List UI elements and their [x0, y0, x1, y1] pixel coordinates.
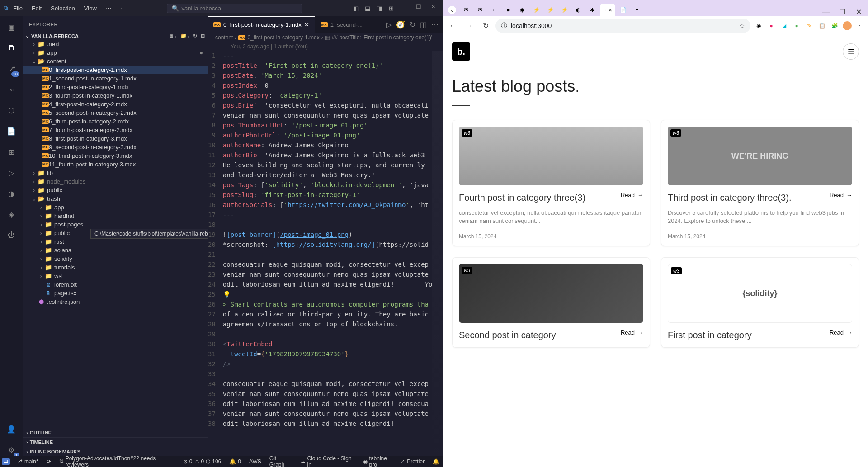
ext-1[interactable]: ◉	[754, 21, 763, 30]
cloud-code[interactable]: ☁ Cloud Code - Sign in	[298, 455, 357, 467]
url-bar[interactable]: ⓘ localhost:3000 ☆	[495, 19, 750, 33]
new-file-icon[interactable]: 🗎₊	[169, 33, 177, 39]
file-8_first-post-in-category-3.mdx[interactable]: MX 8_first-post-in-category-3.mdx	[23, 134, 208, 143]
refresh-icon[interactable]: ↻	[193, 33, 197, 39]
trash-page.tsx[interactable]: 🗎page.tsx	[23, 289, 208, 297]
read-link[interactable]: Read →	[830, 192, 852, 198]
aws[interactable]: AWS	[247, 458, 263, 465]
menu-icon[interactable]: ⋮	[855, 21, 864, 30]
chrome-tab-4[interactable]: ■	[502, 4, 514, 16]
layout-left-icon[interactable]: ◧	[351, 3, 361, 13]
forward-button[interactable]: →	[463, 19, 476, 32]
tabnine[interactable]: ◉ tabnine pro	[361, 455, 395, 467]
timeline-section[interactable]: ›TIMELINE	[23, 437, 208, 447]
command-center[interactable]: 🔍 vanilla-rebecca	[167, 4, 302, 13]
chrome-tab-active[interactable]: ○ ✕	[600, 4, 615, 16]
circle-icon[interactable]: ◑	[5, 187, 18, 200]
star-icon[interactable]: ☆	[739, 22, 745, 29]
ext-6[interactable]: 📋	[817, 21, 826, 30]
menu-file[interactable]: File	[9, 3, 26, 14]
chrome-tab-9[interactable]: ◐	[572, 4, 585, 16]
pr-status[interactable]: ⇅ Polygon-Advocates/idThon#22 needs revi…	[57, 455, 177, 467]
trash-lorem.txt[interactable]: 🗎lorem.txt	[23, 280, 208, 289]
ext-4[interactable]: ●	[792, 21, 801, 30]
folder-next[interactable]: ›📁.next	[23, 40, 208, 48]
post-card[interactable]: w3Fourth post in category three(3)Read →…	[452, 120, 650, 246]
file-0_first-post-in-category-1.mdx[interactable]: MX 0_first-post-in-category-1.mdx	[23, 66, 208, 74]
minimap[interactable]	[432, 51, 443, 456]
compass-icon[interactable]: 🧭	[396, 20, 405, 29]
chrome-tab-search[interactable]: ⌄	[446, 4, 458, 16]
file-4_first-post-in-category-2.mdx[interactable]: MX 4_first-post-in-category-2.mdx	[23, 100, 208, 108]
close-button[interactable]: ✕	[427, 3, 439, 13]
doc-icon[interactable]: 📄	[5, 125, 18, 137]
folder-app[interactable]: ›📁app●	[23, 48, 208, 57]
sync-status[interactable]: ⟳	[45, 458, 53, 465]
post-card[interactable]: w3WE'RE HIRINGThird post in category thr…	[661, 120, 859, 246]
layout-right-icon[interactable]: ◨	[374, 3, 384, 13]
nav-back[interactable]: ←	[117, 5, 128, 12]
branch-indicator[interactable]: ⎇ main*	[14, 458, 40, 465]
file-9_second-post-in-category-3.mdx[interactable]: MX 9_second-post-in-category-3.mdx	[23, 143, 208, 151]
video-icon[interactable]: ▣	[5, 21, 18, 33]
settings-icon[interactable]: ⚙1	[5, 443, 18, 456]
trash-solana[interactable]: ›📁solana	[23, 246, 208, 255]
hex-icon[interactable]: ⬡	[5, 104, 18, 117]
file-1_second-post-in-category-1.mdx[interactable]: MX 1_second-post-in-category-1.mdx	[23, 74, 208, 83]
bookmarks-section[interactable]: ›INLINE BOOKMARKS	[23, 447, 208, 456]
close-tab-icon[interactable]: ✕	[304, 21, 309, 28]
chrome-min[interactable]: —	[819, 8, 833, 16]
back-button[interactable]: ←	[447, 19, 459, 32]
ext-puzzle[interactable]: 🧩	[830, 21, 839, 30]
read-link[interactable]: Read →	[621, 329, 643, 336]
minimize-button[interactable]: —	[398, 3, 410, 13]
explorer-icon[interactable]: 🗎	[5, 42, 17, 54]
new-folder-icon[interactable]: 📁₊	[180, 33, 189, 39]
chrome-tab-5[interactable]: ◉	[516, 4, 528, 16]
split-icon[interactable]: ◫	[420, 20, 427, 29]
reload-button[interactable]: ↻	[479, 19, 492, 32]
mastery-icon[interactable]: m₃	[5, 83, 18, 96]
read-link[interactable]: Read →	[830, 329, 852, 336]
chrome-close[interactable]: ✕	[852, 8, 865, 16]
more-icon[interactable]: ⋯	[196, 21, 202, 27]
trash-post-pages[interactable]: ›📁post-pages	[23, 220, 208, 229]
ext-2[interactable]: ●	[767, 21, 776, 30]
trash-app[interactable]: ›📁app	[23, 203, 208, 212]
file-3_fourth-post-in-category-1.mdx[interactable]: MX 3_fourth-post-in-category-1.mdx	[23, 91, 208, 100]
chrome-tab-docs[interactable]: 📄	[617, 4, 629, 16]
tab-active[interactable]: MX 0_first-post-in-category-1.mdx ✕	[208, 16, 315, 33]
cube-icon[interactable]: ◈	[5, 208, 18, 221]
chrome-tab-gmail2[interactable]: ✉	[474, 4, 486, 16]
menu-selection[interactable]: Selection	[47, 3, 78, 14]
trash-public[interactable]: ›📁publicC:\Master\code-stuffs\blof\templ…	[23, 229, 208, 237]
outline-section[interactable]: ›OUTLINE	[23, 428, 208, 437]
chrome-tab-gmail1[interactable]: ✉	[460, 4, 472, 16]
extensions-icon[interactable]: ⊞	[5, 146, 18, 158]
run-icon[interactable]: ▷	[5, 166, 18, 179]
folder-lib[interactable]: ›📁lib	[23, 169, 208, 177]
bell-icon[interactable]: 🔔	[431, 455, 441, 467]
chrome-max[interactable]: ☐	[835, 8, 849, 16]
problems[interactable]: ⊘ 0 ⚠ 0 ⬡ 106	[181, 458, 223, 465]
ext-5[interactable]: ✎	[805, 21, 814, 30]
trash-solidity[interactable]: ›📁solidity	[23, 255, 208, 263]
folder-public[interactable]: ›📁public	[23, 186, 208, 194]
folder-content[interactable]: ⌄📂content	[23, 57, 208, 66]
folder-trash[interactable]: ⌄📂trash	[23, 194, 208, 203]
sync-icon[interactable]: ↻	[410, 20, 415, 29]
menu-edit[interactable]: Edit	[28, 3, 45, 14]
menu-view[interactable]: View	[80, 3, 100, 14]
source-control-icon[interactable]: ⎇10	[5, 62, 18, 75]
file-5_second-post-in-category-2.mdx[interactable]: MX 5_second-post-in-category-2.mdx	[23, 108, 208, 117]
power-icon[interactable]: ⏻	[5, 229, 18, 241]
chrome-tab-3[interactable]: ○	[488, 4, 500, 16]
prettier[interactable]: ✓ Prettier	[399, 455, 426, 467]
chrome-tab-6[interactable]: ⚡	[530, 4, 542, 16]
trash-hardhat[interactable]: ›📁hardhat	[23, 212, 208, 220]
avatar[interactable]	[843, 21, 852, 30]
burger-menu[interactable]: ☰	[843, 43, 859, 60]
menu-more[interactable]: ⋯	[102, 3, 115, 14]
notifications[interactable]: 🔔 0	[227, 458, 243, 465]
maximize-button[interactable]: ☐	[412, 3, 425, 13]
